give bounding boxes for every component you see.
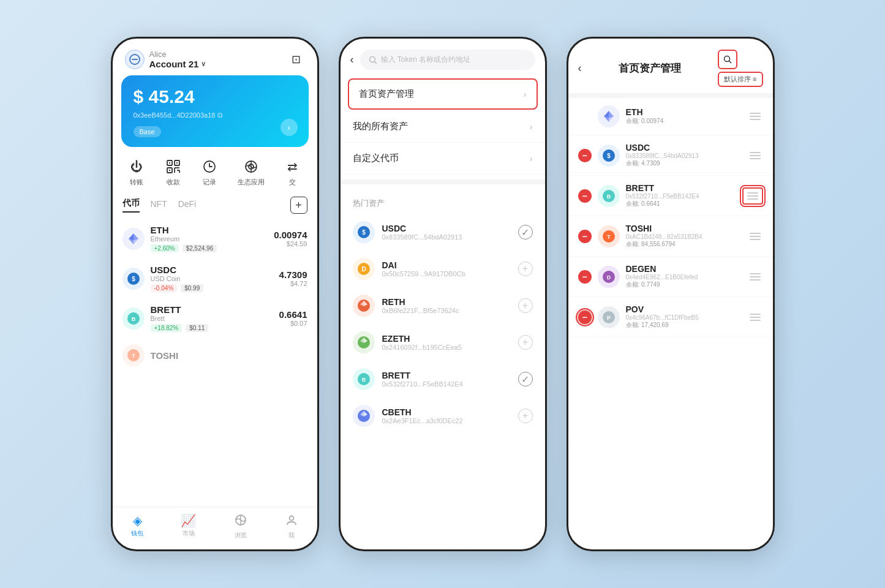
manage-item-toshi: − T TOSHI 0xAC1Bd248...82a531B2B4 余额: 84… [568, 216, 773, 257]
remove-usdc-button[interactable]: − [578, 149, 592, 162]
svg-text:T: T [607, 234, 611, 240]
menu-all-assets[interactable]: 我的所有资产 › [341, 111, 545, 143]
manage-item-usdc: − $ USDC 0x833589fC...54bdA02913 余额: 4.7… [568, 135, 773, 176]
hot-token-brett[interactable]: B BRETT 0x532f2710...F5eBB142E4 ✓ [341, 361, 545, 398]
eth-change: +2.60% [151, 244, 179, 252]
hot-dai-logo: D [353, 258, 375, 280]
copy-icon[interactable]: ⧉ [217, 111, 223, 119]
eth-symbol: ETH [151, 225, 268, 235]
p3-search-button[interactable] [718, 50, 737, 69]
action-receive[interactable]: 收款 [165, 158, 182, 187]
pov-drag-handle[interactable] [747, 311, 763, 323]
add-dai-button[interactable]: + [518, 262, 533, 276]
scan-icon[interactable]: ⊡ [288, 51, 305, 68]
brett-name: Brett [151, 315, 273, 322]
svg-point-44 [725, 56, 730, 62]
receive-icon [165, 158, 182, 175]
add-usdc-button: ✓ [518, 225, 533, 239]
action-swap[interactable]: ⇄ 交 [284, 158, 301, 187]
menu-homepage-asset[interactable]: 首页资产管理 › [348, 78, 538, 110]
eth-usd: $24.59 [274, 240, 307, 247]
hot-token-usdc[interactable]: $ USDC 0x833589fC...54bdA02913 ✓ [341, 214, 545, 251]
eth-logo [122, 228, 145, 250]
nav-me[interactable]: 我 [285, 513, 298, 540]
manage-list: ETH 余额: 0.00974 − $ USDC 0x833589fC...54… [568, 98, 773, 549]
action-transfer[interactable]: ⏻ 转账 [128, 158, 145, 187]
wallet-address: 0x3eeB455d...4D22003a18 ⧉ [134, 111, 296, 119]
p3-sort-button[interactable]: 默认排序 ≡ [718, 72, 763, 87]
remove-brett-button[interactable]: − [578, 189, 592, 203]
add-brett-button: ✓ [518, 372, 533, 386]
bottom-nav: ◈ 钱包 📈 市场 浏览 我 [113, 507, 317, 549]
brett-drag-handle[interactable] [742, 187, 763, 205]
brett-change: +18.82% [151, 324, 183, 332]
svg-text:D: D [361, 266, 366, 273]
manage-eth-logo [598, 105, 620, 127]
account-name-label: Alice [149, 50, 206, 59]
token-item-brett[interactable]: B BRETT Brett +18.82% $0.11 0.6641 $0.07 [113, 298, 317, 338]
chevron-right-icon-3: › [530, 154, 533, 164]
add-cbeth-button[interactable]: + [518, 409, 533, 423]
account-info[interactable]: Alice Account 21 ∨ [125, 50, 206, 69]
arrow-right-icon[interactable]: › [281, 119, 298, 136]
hot-token-reth[interactable]: RETH 0xB6fe221F...Bf5e73624c + [341, 287, 545, 324]
tab-nft[interactable]: NFT [151, 199, 167, 211]
p3-action-buttons: 默认排序 ≡ [718, 50, 763, 87]
hot-assets-header: 热门资产 [341, 189, 545, 214]
search-box[interactable]: 输入 Token 名称或合约地址 [360, 50, 535, 70]
toshi-logo: T [122, 344, 145, 366]
eth-drag-handle[interactable] [747, 110, 763, 123]
svg-rect-5 [169, 170, 170, 171]
account-number[interactable]: Account 21 ∨ [149, 59, 206, 69]
toshi-drag-handle[interactable] [747, 230, 763, 243]
add-ezeth-button[interactable]: + [518, 335, 533, 350]
tab-defi[interactable]: DeFi [178, 199, 197, 211]
hot-token-ezeth[interactable]: EZETH 0x2416092f...b195CcEea5 + [341, 324, 545, 361]
nav-browse[interactable]: 浏览 [234, 513, 247, 540]
add-reth-button[interactable]: + [518, 298, 533, 313]
degen-drag-handle[interactable] [747, 271, 763, 283]
action-history[interactable]: 记录 [201, 158, 218, 187]
svg-line-45 [729, 61, 732, 64]
usdc-symbol: USDC [151, 265, 273, 275]
remove-toshi-button[interactable]: − [578, 230, 592, 243]
manage-item-eth: ETH 余额: 0.00974 [568, 98, 773, 135]
phone-1: Alice Account 21 ∨ ⊡ $ 45.24 0x3eeB455d.… [111, 37, 319, 551]
hot-reth-logo [353, 295, 375, 317]
manage-toshi-logo: T [598, 225, 620, 247]
chevron-down-icon: ∨ [201, 60, 206, 68]
nav-me-label: 我 [288, 531, 295, 540]
usdc-price: $0.99 [181, 284, 203, 292]
token-item-eth[interactable]: ETH Ethereum +2.60% $2,524.96 0.00974 $2… [113, 219, 317, 258]
nav-market[interactable]: 📈 市场 [181, 513, 196, 540]
swap-icon: ⇄ [284, 158, 301, 175]
nav-wallet[interactable]: ◈ 钱包 [131, 513, 143, 540]
svg-point-26 [289, 516, 293, 521]
brett-price: $0.11 [186, 324, 208, 332]
hot-token-dai[interactable]: D DAI 0x50c57259...9A917DB0Cb + [341, 251, 545, 287]
remove-pov-button[interactable]: − [578, 311, 592, 324]
menu-all-assets-label: 我的所有资产 [353, 121, 408, 132]
me-nav-icon [285, 513, 298, 530]
chevron-right-icon-2: › [530, 122, 533, 132]
token-item-toshi[interactable]: T TOSHI [113, 338, 317, 372]
menu-custom-token[interactable]: 自定义代币 › [341, 143, 545, 175]
browse-nav-icon [234, 513, 247, 530]
tab-tokens[interactable]: 代币 [122, 198, 140, 213]
add-token-button[interactable]: + [290, 197, 307, 214]
svg-rect-4 [176, 162, 178, 164]
action-history-label: 记录 [203, 178, 216, 187]
hot-cbeth-logo [353, 405, 375, 427]
svg-text:$: $ [362, 229, 366, 236]
hot-token-cbeth[interactable]: CBETH 0x2Ae3F1Ec...a3cf0DEc22 + [341, 398, 545, 434]
hot-ezeth-logo [353, 331, 375, 353]
token-item-usdc[interactable]: $ USDC USD Coin -0.04% $0.99 4.7309 $4.7… [113, 258, 317, 298]
usdc-drag-handle[interactable] [747, 149, 763, 162]
action-swap-label: 交 [289, 178, 296, 187]
action-ecosystem[interactable]: 生态应用 [238, 158, 265, 187]
p3-divider [568, 93, 773, 98]
phone-3: ‹ 首页资产管理 默认排序 ≡ ETH 余额: 0.00974 [567, 37, 775, 551]
back-button[interactable]: ‹ [350, 53, 354, 66]
usdc-logo: $ [122, 268, 145, 290]
remove-degen-button[interactable]: − [578, 270, 592, 284]
